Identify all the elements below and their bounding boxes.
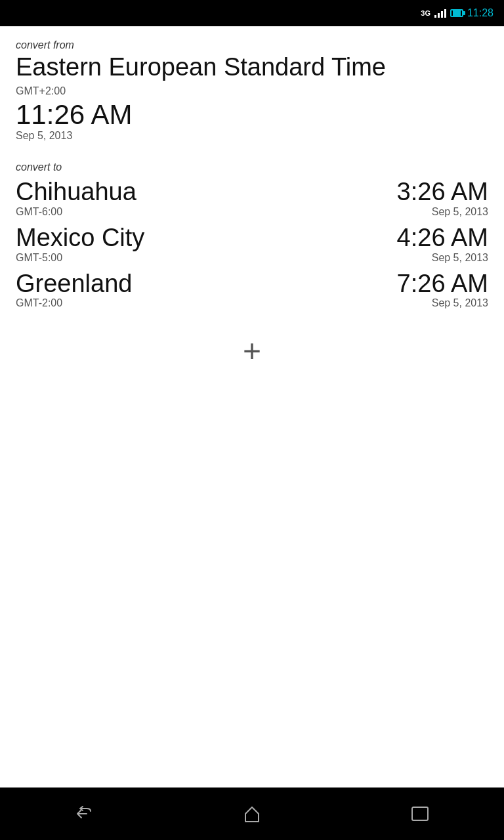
city-name: Chihuahua xyxy=(16,178,136,206)
converted-time: 7:26 AM xyxy=(397,270,488,298)
converted-date: Sep 5, 2013 xyxy=(432,252,488,264)
city-name: Greenland xyxy=(16,270,132,298)
back-icon xyxy=(74,806,94,822)
nav-bar xyxy=(0,788,504,840)
converted-date: Sep 5, 2013 xyxy=(432,206,488,218)
list-item[interactable]: Mexico City 4:26 AM GMT-5:00 Sep 5, 2013 xyxy=(16,224,488,264)
home-icon xyxy=(243,805,261,823)
recents-button[interactable] xyxy=(400,794,440,833)
convert-from-section: convert from Eastern European Standard T… xyxy=(16,39,488,142)
add-button-container: + xyxy=(16,329,488,373)
main-content: convert from Eastern European Standard T… xyxy=(0,26,504,788)
city-gmt: GMT-2:00 xyxy=(16,297,62,309)
city-gmt: GMT-6:00 xyxy=(16,206,62,218)
add-timezone-button[interactable]: + xyxy=(236,329,268,373)
source-timezone-name: Eastern European Standard Time xyxy=(16,54,488,81)
svg-rect-0 xyxy=(412,807,428,820)
source-date: Sep 5, 2013 xyxy=(16,130,488,142)
convert-to-label: convert to xyxy=(16,161,488,173)
converted-date: Sep 5, 2013 xyxy=(432,297,488,309)
list-item[interactable]: Chihuahua 3:26 AM GMT-6:00 Sep 5, 2013 xyxy=(16,178,488,218)
city-name: Mexico City xyxy=(16,224,144,252)
converted-time: 3:26 AM xyxy=(397,178,488,206)
home-button[interactable] xyxy=(232,794,272,833)
signal-strength-icon xyxy=(434,9,446,18)
source-time: 11:26 AM xyxy=(16,100,488,130)
conversion-list: Chihuahua 3:26 AM GMT-6:00 Sep 5, 2013 M… xyxy=(16,178,488,309)
converted-time: 4:26 AM xyxy=(397,224,488,252)
status-time: 11:28 xyxy=(467,7,494,19)
status-icons: 3G 11:28 xyxy=(421,7,494,19)
convert-to-section: convert to Chihuahua 3:26 AM GMT-6:00 Se… xyxy=(16,161,488,309)
list-item[interactable]: Greenland 7:26 AM GMT-2:00 Sep 5, 2013 xyxy=(16,270,488,310)
battery-icon xyxy=(450,9,463,17)
source-gmt-offset: GMT+2:00 xyxy=(16,85,488,97)
recents-icon xyxy=(411,806,429,822)
network-type-label: 3G xyxy=(421,9,430,17)
back-button[interactable] xyxy=(64,794,104,833)
status-bar: 3G 11:28 xyxy=(0,0,504,26)
city-gmt: GMT-5:00 xyxy=(16,252,62,264)
convert-from-label: convert from xyxy=(16,39,488,51)
